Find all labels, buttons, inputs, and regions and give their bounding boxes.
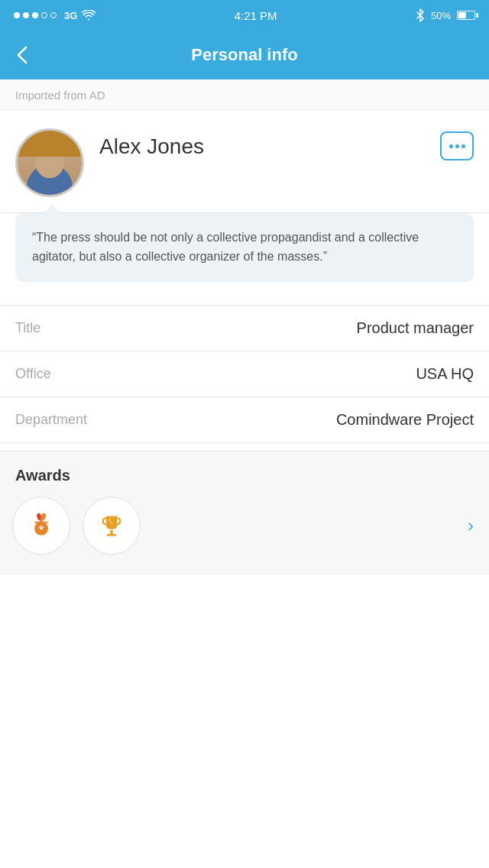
battery-percent: 50%	[431, 10, 451, 21]
department-label: Department	[15, 412, 87, 428]
quote-bubble: “The press should be not only a collecti…	[15, 213, 474, 282]
svg-rect-5	[110, 530, 113, 534]
section-label: Imported from AD	[0, 79, 489, 110]
info-row-title: Title Product manager	[0, 306, 489, 351]
title-label: Title	[15, 320, 40, 336]
battery-icon	[457, 11, 475, 20]
award-trophy[interactable]	[83, 497, 141, 555]
svg-rect-6	[107, 533, 117, 536]
department-value: Comindware Project	[336, 411, 474, 429]
status-left: 3G	[14, 10, 96, 21]
network-type: 3G	[64, 10, 77, 21]
status-right: 50%	[416, 8, 475, 22]
avatar-face	[18, 131, 82, 195]
avatar-hair	[18, 131, 82, 157]
awards-chevron[interactable]: ›	[468, 515, 474, 536]
awards-section: Awards	[0, 451, 489, 574]
quote-text: “The press should be not only a collecti…	[32, 231, 419, 263]
profile-name: Alex Jones	[99, 134, 474, 159]
awards-header: Awards	[0, 452, 489, 497]
quote-section: “The press should be not only a collecti…	[0, 213, 489, 297]
status-time: 4:21 PM	[235, 9, 277, 22]
back-arrow-icon	[12, 44, 34, 66]
dot-5	[50, 12, 57, 18]
dot-2	[23, 12, 29, 18]
office-label: Office	[15, 366, 51, 382]
title-value: Product manager	[357, 319, 474, 337]
info-row-department: Department Comindware Project	[0, 397, 489, 443]
wifi-icon	[82, 10, 96, 21]
info-row-office: Office USA HQ	[0, 351, 489, 397]
medal-icon	[28, 512, 55, 539]
dot-1	[14, 12, 20, 18]
battery-fill	[458, 12, 466, 18]
office-value: USA HQ	[416, 365, 474, 383]
page-title: Personal info	[191, 45, 297, 65]
trophy-icon	[98, 512, 125, 539]
avatar	[15, 128, 84, 197]
awards-row: ›	[0, 497, 489, 573]
signal-dots	[14, 12, 57, 18]
dot-3	[32, 12, 38, 18]
message-button[interactable]	[440, 131, 474, 160]
status-bar: 3G 4:21 PM 50%	[0, 0, 489, 31]
info-section: Title Product manager Office USA HQ Depa…	[0, 305, 489, 443]
award-medal[interactable]	[12, 497, 70, 555]
dot-4	[41, 12, 47, 18]
bluetooth-icon	[416, 8, 425, 22]
svg-rect-2	[40, 513, 47, 520]
back-button[interactable]	[12, 44, 34, 66]
message-dots	[449, 144, 465, 148]
header: Personal info	[0, 31, 489, 79]
profile-section: Alex Jones	[0, 110, 489, 213]
